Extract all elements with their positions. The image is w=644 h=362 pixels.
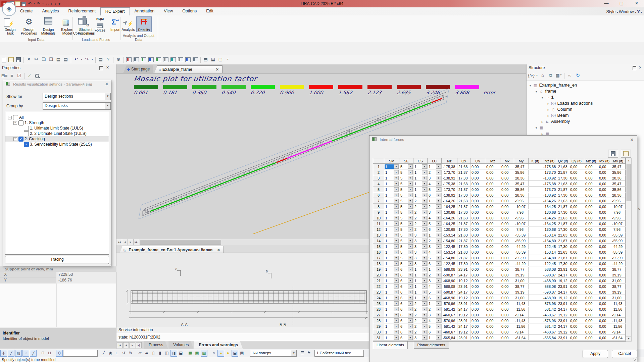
apply-check-icon[interactable]: ✓ (26, 72, 33, 79)
cell-value[interactable]: 6 (400, 313, 408, 317)
chevron-down-icon[interactable]: ▼ (408, 273, 413, 277)
cell-lc[interactable]: 4▼ (428, 215, 442, 221)
cell-value[interactable]: 2 (414, 199, 422, 203)
cell-value[interactable]: 1 (385, 290, 394, 294)
chevron-down-icon[interactable]: ▼ (394, 313, 399, 317)
checkbox-icon[interactable] (24, 126, 29, 131)
tab-analytics[interactable]: Analytics (38, 7, 64, 15)
cell-value[interactable]: 5 (400, 239, 408, 243)
chevron-down-icon[interactable]: ▼ (436, 233, 441, 237)
rotate-cw-icon[interactable]: ↻ (128, 350, 134, 356)
chevron-down-icon[interactable]: ▼ (422, 244, 427, 249)
expand-icon[interactable]: ▸ (540, 119, 545, 125)
cell-value[interactable]: 6 (400, 267, 408, 271)
chevron-down-icon[interactable]: ▼ (422, 216, 427, 220)
copy-icon[interactable]: ❏ (40, 56, 47, 63)
cell-value[interactable]: 5 (400, 182, 408, 186)
cell-value[interactable]: 1 (385, 278, 394, 283)
cell-value[interactable]: 6 (400, 307, 408, 311)
cell-value[interactable]: 2 (414, 318, 422, 323)
cell-value[interactable]: 1 (385, 307, 394, 311)
model-view-icon-0[interactable] (126, 56, 132, 63)
cell-sm[interactable]: 1▼ (384, 170, 399, 175)
cell-value[interactable]: 5 (400, 244, 408, 249)
cell-se[interactable]: 6▼ (399, 301, 413, 306)
cell-lc[interactable]: 2▼ (428, 272, 442, 278)
chevron-down-icon[interactable]: ▼ (422, 290, 427, 294)
chevron-down-icon[interactable]: ▼ (436, 284, 441, 289)
cell-value[interactable]: 2 (414, 204, 422, 209)
chevron-down-icon[interactable]: ▼ (422, 176, 427, 180)
chevron-down-icon[interactable]: ▼ (408, 278, 413, 283)
cell-value[interactable]: 6 (428, 193, 436, 197)
cell-sm[interactable]: 1▼ (384, 250, 399, 255)
table-row[interactable]: 261▼6▼2▼2▼-581,4224,170,000,000,00-11,56… (373, 307, 626, 312)
chevron-down-icon[interactable]: ▼ (408, 216, 413, 220)
cell-se[interactable]: 6▼ (399, 312, 413, 318)
cell-cs[interactable]: 1▼ (413, 267, 428, 272)
table-row[interactable]: 291▼6▼2▼5▼-581,4224,170,000,000,00-11,56… (373, 324, 626, 329)
cell-value[interactable]: 5 (428, 324, 436, 328)
render-tex-icon[interactable]: ▦ (201, 350, 207, 357)
chevron-down-icon[interactable]: ▼ (436, 176, 441, 180)
cell-value[interactable]: 6 (400, 318, 408, 323)
cell-value[interactable]: 1 (385, 193, 394, 197)
layer-list-icon[interactable]: ☰ (299, 350, 305, 356)
table-row[interactable]: 161▼5▼3▼4▼-153,1421,630,000,000,00-55,39… (373, 250, 626, 255)
cell-value[interactable]: 5 (400, 250, 408, 254)
table-row[interactable]: 131▼5▼3▼1▼-153,1421,630,000,000,00-55,39… (373, 232, 626, 238)
cell-value[interactable]: 1 (414, 193, 422, 197)
model-view-icon-2[interactable] (140, 56, 147, 63)
cell-value[interactable]: 1 (385, 187, 394, 192)
cell-cs[interactable]: 1▼ (413, 278, 428, 283)
cell-value[interactable]: 5 (428, 187, 436, 192)
chevron-down-icon[interactable]: ▼ (436, 318, 441, 323)
maximize-button[interactable]: ▢ (614, 0, 629, 7)
chevron-down-icon[interactable]: ▼ (291, 350, 296, 356)
collapse-icon[interactable]: ▾ (540, 95, 545, 101)
cell-value[interactable]: 1 (428, 335, 436, 340)
cell-value[interactable]: 6 (428, 330, 436, 334)
chevron-down-icon[interactable]: ▼ (422, 221, 427, 226)
cell-lc[interactable]: 4▼ (428, 181, 442, 187)
cell-value[interactable]: 3 (414, 261, 422, 266)
chevron-down-icon[interactable]: ▼ (408, 233, 413, 237)
table-row[interactable]: 271▼6▼2▼3▼-460,6719,120,000,000,00-9,14-… (373, 312, 626, 318)
cell-sm[interactable]: 1▼ (384, 175, 399, 181)
scroll-last-icon[interactable]: ▸▸ (134, 239, 139, 245)
chevron-down-icon[interactable]: ▼ (436, 199, 441, 203)
cell-se[interactable]: 6▼ (399, 278, 413, 283)
chevron-down-icon[interactable]: ▼ (394, 239, 399, 243)
design-properties-button[interactable]: ⚙Design Properties (19, 16, 38, 35)
cell-value[interactable]: 3 (428, 176, 436, 180)
cell-value[interactable]: 1 (428, 164, 436, 169)
view-left-icon[interactable]: ▯ (150, 350, 156, 356)
design-task-button[interactable]: ⚡Design Task (1, 16, 19, 35)
tab-create[interactable]: Create (15, 7, 38, 15)
cell-se[interactable]: 5▼ (399, 221, 413, 226)
cell-lc[interactable]: 2▼ (428, 238, 442, 244)
chevron-down-icon[interactable]: ▼ (436, 193, 441, 197)
chevron-down-icon[interactable]: ▼ (422, 278, 427, 283)
cell-cs[interactable]: 2▼ (413, 210, 428, 215)
chevron-down-icon[interactable]: ▾ (225, 56, 231, 63)
render-shade-icon[interactable]: ▦ (194, 350, 200, 356)
cell-value[interactable]: 2 (414, 221, 422, 226)
cell-lc[interactable]: 1▼ (428, 232, 442, 238)
chevron-down-icon[interactable]: ▾ (640, 11, 642, 14)
load-combinations-button[interactable]: Load Combinations (73, 16, 92, 35)
chevron-down-icon[interactable]: ▼ (436, 210, 441, 214)
cell-lc[interactable]: 6▼ (428, 261, 442, 266)
chevron-down-icon[interactable]: ▼ (436, 221, 441, 226)
chevron-down-icon[interactable]: ▼ (394, 210, 399, 214)
chevron-down-icon[interactable]: ▼ (394, 170, 399, 174)
chevron-down-icon[interactable]: ▼ (394, 307, 399, 311)
cell-value[interactable]: 5 (400, 199, 408, 203)
chevron-down-icon[interactable]: ▼ (408, 204, 413, 209)
cell-value[interactable]: 1 (385, 227, 394, 231)
cell-value[interactable]: 6 (400, 290, 408, 294)
light-box-icon[interactable]: ▣ (232, 350, 238, 357)
table-row[interactable]: 31▼5▼1▼3▼-138,9217,300,000,000,0028,36-1… (373, 175, 626, 181)
cell-value[interactable]: 1 (414, 284, 422, 289)
cell-value[interactable]: 1 (385, 221, 394, 226)
